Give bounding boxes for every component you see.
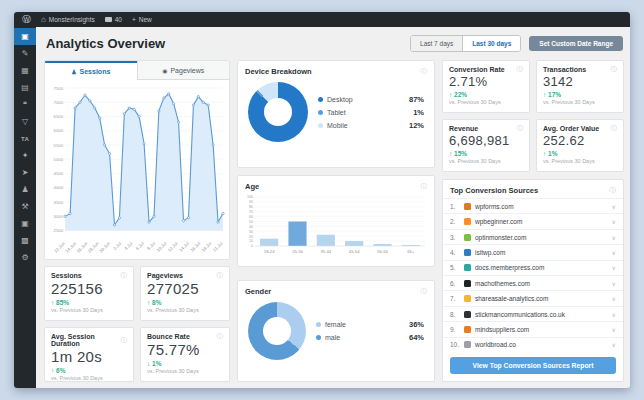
source-rank: 9. xyxy=(450,326,460,333)
chevron-down-icon: ∨ xyxy=(612,295,616,302)
wordpress-menu[interactable]: Ⓦ xyxy=(22,15,31,24)
svg-text:30 Jun: 30 Jun xyxy=(98,241,111,254)
legend-dot-icon xyxy=(318,123,323,128)
svg-text:35-44: 35-44 xyxy=(320,249,331,254)
info-icon[interactable]: ⓘ xyxy=(517,66,524,73)
source-domain: stickmancommunications.co.uk xyxy=(475,311,565,318)
legend-label: Mobile xyxy=(327,122,348,129)
new-content-menu[interactable]: + New xyxy=(132,16,152,23)
legend-label: Tablet xyxy=(327,109,346,116)
favicon-icon xyxy=(464,311,471,318)
info-icon[interactable]: ⓘ xyxy=(121,337,128,344)
info-icon[interactable]: ⓘ xyxy=(217,272,224,279)
sidebar-item-users[interactable]: ♟ xyxy=(14,181,36,198)
info-icon[interactable]: ⓘ xyxy=(421,183,428,190)
info-icon[interactable]: ⓘ xyxy=(611,125,618,132)
tab-pageviews-label: Pageviews xyxy=(170,67,204,74)
favicon-icon xyxy=(464,326,471,333)
view-sources-report-button[interactable]: View Top Conversion Sources Report xyxy=(450,357,616,374)
source-rank: 2. xyxy=(450,218,460,225)
svg-text:80: 80 xyxy=(249,205,253,209)
date-range-segment: Last 7 days Last 30 days xyxy=(410,35,521,52)
sidebar-item-plugins[interactable]: ✦ xyxy=(14,147,36,164)
sidebar-item-cursor[interactable]: ➤ xyxy=(14,164,36,181)
sources-list: 1. wpforms.com ∨ 2. wpbeginner.com ∨ 3. … xyxy=(443,198,623,352)
metric-label: Revenue xyxy=(449,125,478,132)
sidebar-item-analytics[interactable]: ▩ xyxy=(14,232,36,249)
last-30-days-button[interactable]: Last 30 days xyxy=(462,36,520,51)
svg-text:16 Jul: 16 Jul xyxy=(189,241,201,253)
tab-sessions[interactable]: ♟ Sessions xyxy=(45,61,137,80)
legend-value: 36% xyxy=(409,320,424,329)
right-column: Conversion Rate ⓘ 2.71% ↑ 22% vs. Previo… xyxy=(442,60,624,382)
sidebar-item-settings[interactable]: ⚙ xyxy=(14,249,36,266)
last-7-days-button[interactable]: Last 7 days xyxy=(411,36,462,51)
metric-label: Pageviews xyxy=(147,272,183,279)
legend-value: 64% xyxy=(409,333,424,342)
metric-value: 75.77% xyxy=(147,341,223,358)
favicon-icon xyxy=(464,341,471,348)
overview-tabs: ♟ Sessions ◉ Pageviews xyxy=(45,61,229,80)
source-row[interactable]: 4. isitwp.com ∨ xyxy=(443,244,623,259)
chevron-down-icon: ∨ xyxy=(612,280,616,287)
svg-text:7500: 7500 xyxy=(54,86,64,91)
source-row[interactable]: 3. optinmonster.com ∨ xyxy=(443,229,623,244)
sidebar-item-media[interactable]: ▦ xyxy=(14,62,36,79)
tab-sessions-label: Sessions xyxy=(80,68,111,75)
source-row[interactable]: 10. worldbroad.co ∨ xyxy=(443,337,623,352)
metric-card-pageviews: Pageviews ⓘ 277025 ↑ 8% vs. Previous 30 … xyxy=(140,266,230,321)
sidebar-item-tools[interactable]: ⚒ xyxy=(14,198,36,215)
info-icon[interactable]: ⓘ xyxy=(421,68,428,75)
metric-compare: vs. Previous 30 Days xyxy=(449,158,523,164)
favicon-icon xyxy=(464,264,471,271)
source-row[interactable]: 2. wpbeginner.com ∨ xyxy=(443,213,623,228)
site-menu[interactable]: ⌂ MonsterInsights xyxy=(41,16,95,24)
sidebar-item-funnel[interactable]: ▽ xyxy=(14,113,36,130)
legend-row-male: male 64% xyxy=(316,333,424,342)
source-domain: optinmonster.com xyxy=(475,234,526,241)
source-rank: 10. xyxy=(450,341,460,348)
metric-delta: ↑ 6% xyxy=(51,367,127,374)
middle-column: Device Breakdown ⓘ Desktop 87% Tablet 1%… xyxy=(237,60,435,382)
info-icon[interactable]: ⓘ xyxy=(610,187,617,194)
info-icon[interactable]: ⓘ xyxy=(217,333,224,340)
sidebar-item-comments[interactable]: ❝ xyxy=(14,96,36,113)
svg-text:30: 30 xyxy=(249,230,253,234)
set-custom-date-range-button[interactable]: Set Custom Date Range xyxy=(529,36,623,51)
favicon-icon xyxy=(464,280,471,287)
source-domain: wpforms.com xyxy=(475,203,514,210)
metric-card-avg-session-duration: Avg. Session Duration ⓘ 1m 20s ↑ 6% vs. … xyxy=(44,327,134,382)
source-row[interactable]: 9. mindsuppliers.com ∨ xyxy=(443,321,623,336)
chevron-down-icon: ∨ xyxy=(612,203,616,210)
metric-label: Sessions xyxy=(51,272,82,279)
tab-pageviews[interactable]: ◉ Pageviews xyxy=(137,61,230,80)
info-icon[interactable]: ⓘ xyxy=(421,288,428,295)
date-range-controls: Last 7 days Last 30 days Set Custom Date… xyxy=(410,35,623,52)
svg-text:10 Jul: 10 Jul xyxy=(156,241,168,253)
metric-compare: vs. Previous 30 Days xyxy=(51,307,127,313)
svg-text:40: 40 xyxy=(249,225,253,229)
comments-menu[interactable]: 40 xyxy=(105,16,122,23)
svg-text:14 Jul: 14 Jul xyxy=(178,241,190,253)
svg-text:24 Jun: 24 Jun xyxy=(64,241,77,254)
trend-up-icon: ↑ xyxy=(147,299,150,306)
info-icon[interactable]: ⓘ xyxy=(517,125,524,132)
sidebar-item-elementor[interactable]: ▣ xyxy=(14,215,36,232)
svg-text:100: 100 xyxy=(247,195,253,199)
source-row[interactable]: 1. wpforms.com ∨ xyxy=(443,198,623,213)
info-icon[interactable]: ⓘ xyxy=(611,66,618,73)
source-row[interactable]: 8. stickmancommunications.co.uk ∨ xyxy=(443,306,623,321)
sidebar-item-pages[interactable]: ▤ xyxy=(14,79,36,96)
chevron-down-icon: ∨ xyxy=(612,249,616,256)
sidebar-item-posts[interactable]: ✎ xyxy=(14,45,36,62)
source-row[interactable]: 5. docs.memberpress.com ∨ xyxy=(443,260,623,275)
gender-legend: female 36% male 64% xyxy=(316,316,424,346)
source-row[interactable]: 7. shareasale-analytics.com ∨ xyxy=(443,290,623,305)
info-icon[interactable]: ⓘ xyxy=(121,272,128,279)
favicon-icon xyxy=(464,249,471,256)
svg-text:26 Jun: 26 Jun xyxy=(76,241,89,254)
legend-label: Desktop xyxy=(327,96,353,103)
source-row[interactable]: 6. machothemes.com ∨ xyxy=(443,275,623,290)
sidebar-item-ta[interactable]: TA xyxy=(14,130,36,147)
sidebar-item-dashboard[interactable]: ▣ xyxy=(14,28,36,45)
